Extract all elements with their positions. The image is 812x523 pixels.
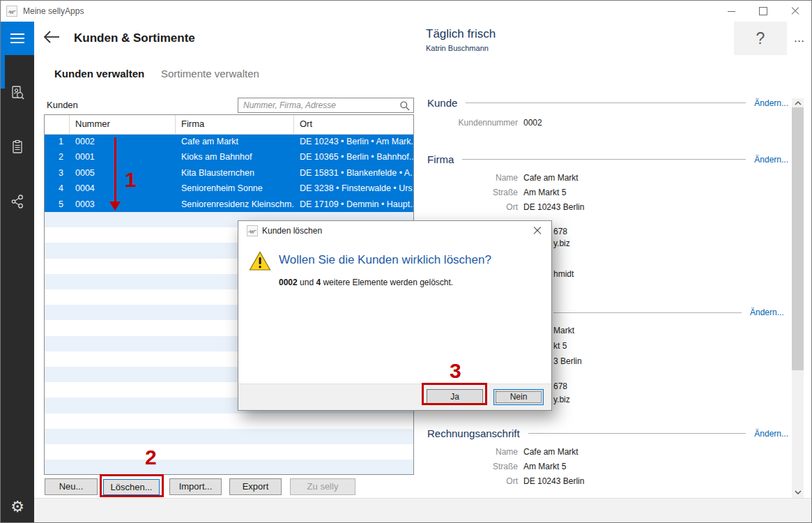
- maximize-icon: [759, 7, 767, 15]
- field-value: 0002: [523, 118, 542, 128]
- annotation-step-2: 2: [145, 447, 157, 468]
- tab-kunden-verwalten[interactable]: Kunden verwalten: [54, 68, 144, 79]
- section-title: Kunde: [427, 97, 457, 109]
- change-lieferanschrift-link[interactable]: Ändern...: [750, 308, 784, 317]
- dialog-detail-text: und: [298, 278, 316, 287]
- dialog-detail-id: 0002: [279, 278, 298, 287]
- field-label: Ort: [427, 202, 518, 212]
- dialog-titlebar: w Kunden löschen: [238, 221, 551, 241]
- row-index: 5: [45, 197, 70, 212]
- obscured-text: y.biz: [553, 395, 570, 404]
- more-button[interactable]: …: [787, 22, 812, 55]
- section-firma: Firma Ändern... Name Cafe am Markt Straß…: [427, 153, 788, 214]
- minimize-icon: [728, 11, 735, 12]
- annotation-box-yes: [422, 383, 487, 405]
- annotation-box-delete: [100, 474, 164, 497]
- row-firma: Seniorenheim Sonne: [176, 181, 294, 196]
- table-row[interactable]: 2 0001 Kioks am Bahnhof DE 10365 • Berli…: [45, 149, 413, 165]
- share-icon: [9, 193, 26, 210]
- annotation-arrow-line: [114, 137, 116, 202]
- row-firma: Cafe am Markt: [176, 134, 294, 149]
- help-icon: ?: [756, 29, 765, 48]
- warning-icon: [249, 251, 271, 271]
- minimize-button[interactable]: [715, 1, 747, 22]
- new-button[interactable]: Neu...: [45, 478, 98, 495]
- table-row[interactable]: 5 0003 Seniorenresidenz Kleinschm... DE …: [45, 197, 413, 212]
- row-nummer: 0001: [70, 149, 176, 165]
- sidebar-item-verbindungen[interactable]: [1, 185, 34, 218]
- scrollbar-thumb[interactable]: [792, 107, 804, 370]
- change-firma-link[interactable]: Ändern...: [754, 155, 788, 165]
- help-button[interactable]: ?: [734, 22, 787, 55]
- import-button[interactable]: Import...: [169, 478, 222, 495]
- column-header-firma[interactable]: Firma: [176, 115, 294, 134]
- no-button[interactable]: Nein: [493, 389, 544, 405]
- row-index: 3: [45, 165, 70, 181]
- field-label: Name: [427, 173, 518, 183]
- field-label: Name: [427, 447, 518, 457]
- sidebar: ⚙: [1, 22, 34, 523]
- dialog-detail-text: weitere Elemente werden gelöscht.: [321, 278, 453, 287]
- table-row[interactable]: 3 0005 Kita Blausternchen DE 15831 • Bla…: [45, 165, 413, 181]
- sidebar-item-sortimente[interactable]: [1, 130, 34, 164]
- field-label: Kundennummer: [427, 118, 518, 128]
- export-button[interactable]: Export: [229, 478, 282, 495]
- field-value: Am Markt 5: [523, 188, 566, 197]
- dialog-detail: 0002 und 4 weitere Elemente werden gelös…: [279, 278, 453, 287]
- close-icon: [791, 7, 799, 15]
- tab-sortimente-verwalten[interactable]: Sortimente verwalten: [161, 68, 259, 79]
- row-index: 2: [45, 149, 70, 165]
- gear-icon: ⚙: [10, 499, 24, 515]
- chevron-up-icon: [795, 101, 802, 105]
- row-ort: DE 10243 • Berlin • Am Mark...: [294, 134, 413, 149]
- dialog-close-button[interactable]: [528, 223, 547, 238]
- column-header-index[interactable]: [45, 115, 70, 134]
- account-user: Katrin Buschmann: [426, 44, 489, 52]
- section-divider: [528, 433, 746, 434]
- row-nummer: 0002: [70, 134, 176, 149]
- scrollbar-up-button[interactable]: [792, 98, 804, 108]
- column-header-ort[interactable]: Ort: [294, 115, 413, 134]
- search-input[interactable]: [238, 98, 413, 112]
- annotation-step-1: 1: [125, 169, 137, 190]
- change-kunde-link[interactable]: Ändern...: [754, 98, 788, 108]
- close-button[interactable]: [779, 1, 811, 22]
- column-header-nummer[interactable]: Nummer: [70, 115, 176, 134]
- obscured-text: 3 Berlin: [553, 356, 582, 366]
- obscured-text: kt 5: [553, 341, 567, 351]
- search-box: [238, 98, 414, 113]
- section-divider: [466, 103, 746, 103]
- annotation-arrow-head: [109, 202, 121, 211]
- field-label: Straße: [427, 188, 518, 197]
- obscured-text: y.biz: [553, 238, 570, 248]
- maximize-button[interactable]: [747, 1, 779, 22]
- sidebar-item-settings[interactable]: ⚙: [1, 490, 34, 523]
- scrollbar-down-button[interactable]: [792, 487, 804, 497]
- field-value: DE 10243 Berlin: [523, 476, 584, 486]
- sidebar-item-kunden[interactable]: [1, 76, 34, 109]
- table-row[interactable]: 4 0004 Seniorenheim Sonne DE 3238 • Fins…: [45, 181, 413, 196]
- row-nummer: 0004: [70, 181, 176, 196]
- section-rechnungsanschrift: Rechnungsanschrift Ändern... Name Cafe a…: [427, 427, 788, 488]
- annotation-step-3: 3: [450, 361, 461, 381]
- chevron-down-icon: [795, 490, 802, 494]
- invite-button: Zu selly einladen: [290, 478, 355, 495]
- ellipsis-icon: …: [794, 32, 806, 45]
- list-label: Kunden: [47, 100, 78, 110]
- table-row[interactable]: 1 0002 Cafe am Markt DE 10243 • Berlin •…: [45, 134, 413, 149]
- customers-icon: [9, 84, 26, 101]
- field-label: Straße: [427, 462, 518, 471]
- menu-button[interactable]: [1, 22, 34, 55]
- back-button[interactable]: [43, 30, 62, 47]
- change-rechnungsanschrift-link[interactable]: Ändern...: [754, 429, 788, 439]
- section-divider: [553, 312, 742, 313]
- search-icon[interactable]: [399, 100, 411, 112]
- obscured-text: Markt: [553, 326, 574, 335]
- obscured-text: 678: [553, 227, 567, 236]
- row-nummer: 0005: [70, 165, 176, 181]
- section-kunde: Kunde Ändern... Kundennummer 0002: [427, 97, 788, 130]
- section-title: Firma: [427, 153, 454, 165]
- field-value: Cafe am Markt: [523, 173, 579, 183]
- close-icon: [533, 227, 542, 235]
- field-value: DE 10243 Berlin: [523, 202, 584, 212]
